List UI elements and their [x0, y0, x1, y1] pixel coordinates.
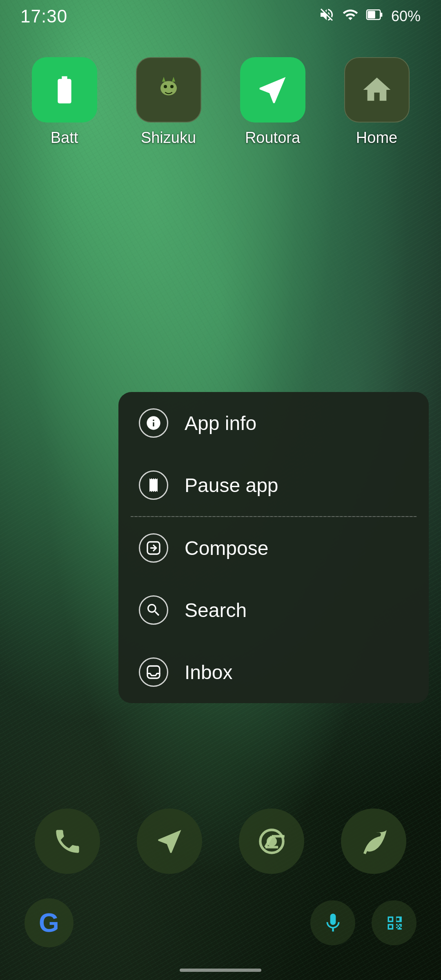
svg-point-5	[164, 85, 167, 88]
status-time: 17:30	[20, 6, 67, 27]
app-batt[interactable]: Batt	[24, 57, 105, 147]
batt-icon	[32, 57, 97, 122]
svg-point-6	[170, 85, 174, 88]
context-menu-compose[interactable]: Compose	[118, 517, 429, 579]
inbox-icon	[139, 657, 168, 687]
dock	[0, 808, 441, 874]
home-label: Home	[356, 129, 397, 147]
compose-label: Compose	[185, 537, 268, 559]
google-g-letter: G	[39, 908, 59, 938]
mute-icon	[318, 7, 335, 27]
app-shizuku[interactable]: Shizuku	[128, 57, 209, 147]
google-g-button[interactable]: G	[24, 898, 74, 947]
svg-rect-1	[368, 11, 375, 18]
app-info-label: App info	[185, 412, 256, 434]
svg-rect-10	[147, 666, 160, 678]
context-menu-inbox[interactable]: Inbox	[118, 641, 429, 703]
home-app-icon	[344, 57, 410, 122]
mic-button[interactable]	[310, 900, 355, 945]
context-menu-pause-app[interactable]: Pause app	[118, 454, 429, 516]
dock-navigation[interactable]	[137, 808, 202, 874]
svg-rect-2	[380, 13, 382, 17]
app-routora[interactable]: Routora	[232, 57, 314, 147]
shizuku-label: Shizuku	[141, 129, 196, 147]
context-menu-app-info[interactable]: App info	[118, 392, 429, 454]
app-home[interactable]: Home	[336, 57, 418, 147]
routora-label: Routora	[245, 129, 300, 147]
home-indicator	[180, 969, 261, 972]
compose-icon	[139, 533, 168, 563]
bottom-bar: G	[0, 898, 441, 947]
app-info-icon	[139, 408, 168, 438]
batt-label: Batt	[51, 129, 78, 147]
dock-phone[interactable]	[35, 808, 100, 874]
shizuku-icon	[136, 57, 201, 122]
routora-icon	[240, 57, 305, 122]
bottom-bar-actions	[310, 900, 416, 945]
status-bar: 17:30 60%	[0, 0, 441, 33]
lens-button[interactable]	[372, 900, 416, 945]
inbox-label: Inbox	[185, 661, 232, 684]
status-icons: 60%	[318, 7, 421, 27]
app-grid-top: Batt Shizuku Routora	[0, 57, 441, 147]
pause-app-label: Pause app	[185, 474, 278, 497]
dock-chrome[interactable]	[239, 808, 304, 874]
pause-app-icon	[139, 470, 168, 500]
battery-icon	[366, 7, 384, 27]
battery-percent: 60%	[391, 8, 421, 25]
dock-mint[interactable]	[341, 808, 406, 874]
search-icon	[139, 595, 168, 625]
wifi-icon	[342, 7, 359, 27]
context-menu: App info Pause app Compose Search	[118, 392, 429, 703]
search-label: Search	[185, 599, 247, 621]
context-menu-search[interactable]: Search	[118, 579, 429, 641]
